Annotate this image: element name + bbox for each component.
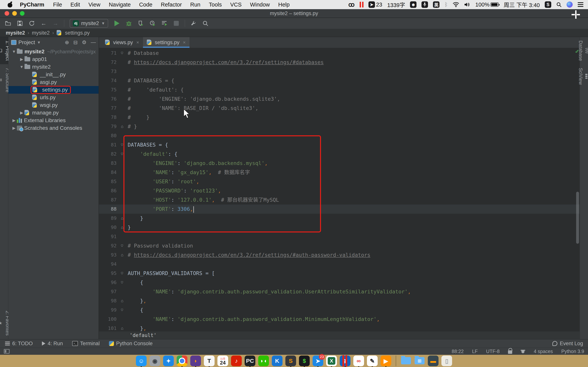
- fold-marker-icon[interactable]: ⌂: [117, 150, 128, 159]
- tree-item-manage-py[interactable]: ▶manage.py: [9, 109, 99, 117]
- fold-marker-icon[interactable]: ⌂: [117, 296, 128, 305]
- fold-marker-icon[interactable]: ⌂: [117, 278, 128, 287]
- gutter[interactable]: 78: [99, 113, 128, 122]
- dock-item-thunder[interactable]: ➤23: [312, 356, 323, 366]
- todo-toolwindow-button[interactable]: 6: TODO: [5, 341, 33, 347]
- code-line-72[interactable]: 72# https://docs.djangoproject.com/en/3.…: [99, 58, 579, 67]
- fold-marker-icon[interactable]: ⌂: [117, 214, 128, 223]
- toolwindow-switcher-icon[interactable]: [4, 349, 9, 354]
- gutter[interactable]: 82⌂: [99, 150, 128, 159]
- code-line-89[interactable]: 89⌂ }: [99, 214, 579, 223]
- collapse-all-icon[interactable]: ⊟: [73, 39, 78, 45]
- readonly-lock-icon[interactable]: [508, 350, 512, 354]
- gutter[interactable]: 91: [99, 232, 128, 241]
- forward-icon[interactable]: →: [51, 19, 61, 28]
- dock-item-wechat[interactable]: ◗◖: [258, 356, 269, 366]
- ime-lang-icon[interactable]: 英: [433, 1, 440, 8]
- menu-navigate[interactable]: Navigate: [104, 1, 135, 8]
- code-line-88[interactable]: 88 'PORT': 3306,: [99, 205, 579, 214]
- open-folder-icon[interactable]: [3, 19, 13, 28]
- code-line-93[interactable]: 93⌂# https://docs.djangoproject.com/en/3…: [99, 250, 579, 259]
- chevron-down-icon[interactable]: ▼: [37, 40, 41, 45]
- hide-panel-icon[interactable]: —: [91, 39, 96, 45]
- code-line-83[interactable]: 83 'ENGINE': 'django.db.backends.mysql',: [99, 159, 579, 168]
- dock-item-text-editor[interactable]: T: [204, 356, 215, 366]
- sync-icon[interactable]: [27, 19, 37, 28]
- gutter[interactable]: 95⌂: [99, 269, 128, 278]
- run-anything-button[interactable]: [159, 19, 169, 28]
- tab-settings-py[interactable]: settings.py×: [143, 37, 190, 48]
- code-line-99[interactable]: 99⌂ {: [99, 305, 579, 315]
- run-coverage-button[interactable]: [136, 19, 146, 28]
- menu-edit[interactable]: Edit: [66, 1, 84, 8]
- breadcrumb-item[interactable]: mysite2: [32, 30, 50, 36]
- run-config-selector[interactable]: dj mysite2 ▼: [70, 19, 108, 28]
- dock-item-terminal-app[interactable]: $: [299, 356, 310, 366]
- breadcrumb-item[interactable]: mysite2: [6, 30, 25, 36]
- tree-right-arrow-icon[interactable]: ▶: [19, 110, 25, 115]
- dock-item-keynote[interactable]: K: [272, 356, 283, 366]
- face-input-icon[interactable]: ☻: [410, 1, 416, 8]
- back-icon[interactable]: ←: [39, 19, 49, 28]
- code-line-80[interactable]: 80: [99, 131, 579, 140]
- tree-right-arrow-icon[interactable]: ▶: [11, 118, 17, 123]
- code-line-71[interactable]: 71⌂# Database: [99, 49, 579, 58]
- dock-item-rings-app[interactable]: ∞: [353, 356, 364, 366]
- tree-down-arrow-icon[interactable]: ▼: [19, 65, 25, 69]
- fold-marker-icon[interactable]: ⌂: [117, 324, 128, 331]
- tree-item-asgi-py[interactable]: asgi.py: [9, 78, 99, 86]
- menu-refactor[interactable]: Refactor: [156, 1, 186, 8]
- python-interpreter[interactable]: Python 3.9: [561, 349, 584, 354]
- bluetooth-icon[interactable]: ᛒ: [444, 1, 448, 8]
- code-line-85[interactable]: 85 'USER': 'root',: [99, 177, 579, 186]
- gutter[interactable]: 89⌂: [99, 214, 128, 223]
- search-everywhere-icon[interactable]: [200, 19, 210, 28]
- dock-item-launchpad[interactable]: ◉: [149, 356, 160, 366]
- menu-tools[interactable]: Tools: [205, 1, 226, 8]
- doc-link[interactable]: https://docs.djangoproject.com/en/3.2/re…: [134, 59, 324, 65]
- gutter[interactable]: 88: [99, 205, 128, 214]
- gutter[interactable]: 85: [99, 177, 128, 186]
- gutter[interactable]: 76: [99, 94, 128, 104]
- code-line-86[interactable]: 86 'PASSWORD': 'root123',: [99, 186, 579, 195]
- gutter[interactable]: 94: [99, 259, 128, 269]
- editor-scrollbar[interactable]: [576, 192, 579, 244]
- dock-item-trash[interactable]: ▯: [441, 356, 452, 366]
- dock-item-pycharm[interactable]: PC: [245, 356, 255, 366]
- dock-item-sublime-text[interactable]: S: [285, 356, 296, 366]
- gutter[interactable]: 80: [99, 131, 128, 140]
- locate-file-icon[interactable]: ⊕: [65, 39, 69, 45]
- tree-item-urls-py[interactable]: urls.py: [9, 94, 99, 101]
- highlighting-level-icon[interactable]: [521, 349, 525, 354]
- editor-breadcrumb-bar[interactable]: 'default': [99, 331, 579, 339]
- code-line-77[interactable]: 77# 'NAME': BASE_DIR / 'db.sqlite3',: [99, 104, 579, 113]
- fold-marker-icon[interactable]: ⌂: [117, 305, 128, 315]
- code-line-98[interactable]: 98⌂ },: [99, 296, 579, 305]
- tree-item-mysite2[interactable]: ▼mysite2: [9, 63, 99, 71]
- tree-item-settings-py[interactable]: settings.py: [9, 86, 99, 94]
- fold-marker-icon[interactable]: ⌂: [117, 140, 128, 150]
- dock-item-chrome[interactable]: [177, 356, 187, 366]
- tab-views-py[interactable]: views.py×: [101, 37, 143, 48]
- tree-right-arrow-icon[interactable]: ▶: [19, 57, 25, 62]
- tree-right-arrow-icon[interactable]: ▶: [11, 126, 17, 130]
- gutter[interactable]: 77: [99, 104, 128, 113]
- indent-setting[interactable]: 4 spaces: [534, 349, 553, 354]
- dock-item-orange-tv[interactable]: ▶: [380, 356, 391, 366]
- rings-menu-icon[interactable]: ꝏ: [348, 1, 355, 8]
- gutter[interactable]: 92⌂: [99, 241, 128, 250]
- dock-item-parallels-windows[interactable]: ⊞: [340, 356, 350, 366]
- stop-button[interactable]: [171, 19, 181, 28]
- recording-pause-icon[interactable]: [360, 2, 363, 8]
- tree-down-arrow-icon[interactable]: ▼: [11, 49, 17, 54]
- gutter[interactable]: 71⌂: [99, 49, 128, 58]
- profiler-button[interactable]: [147, 19, 157, 28]
- tree-item-external-libraries[interactable]: ▶External Libraries: [9, 117, 99, 124]
- code-line-101[interactable]: 101⌂ },: [99, 324, 579, 331]
- microphone-icon[interactable]: [422, 1, 428, 8]
- close-tab-icon[interactable]: ×: [183, 40, 186, 45]
- event-log-button[interactable]: Event Log: [552, 341, 583, 347]
- apple-logo-icon[interactable]: [8, 2, 13, 8]
- dock-item-sketch-pen[interactable]: ✎: [367, 356, 378, 366]
- tree-item-wsgi-py[interactable]: wsgi.py: [9, 101, 99, 109]
